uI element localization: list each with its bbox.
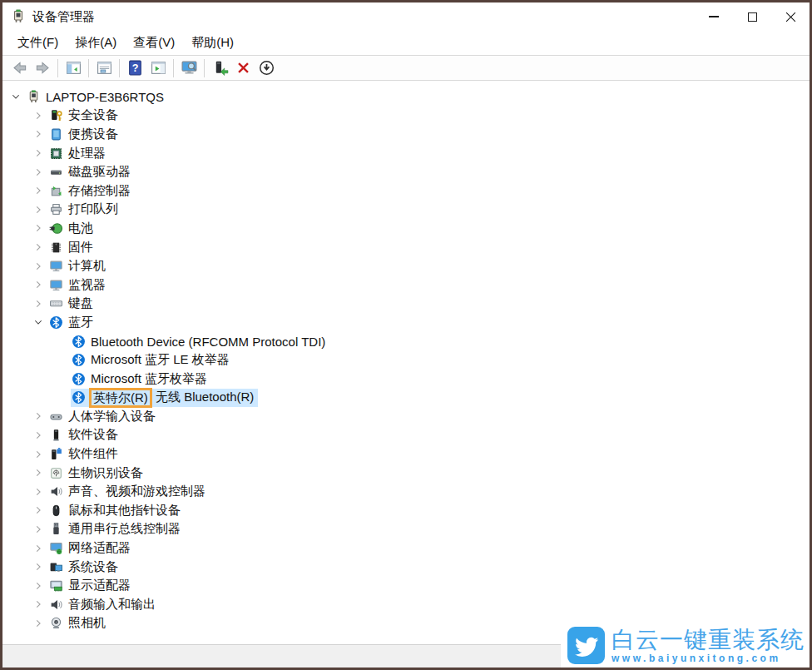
chevron-right-icon[interactable] [32, 504, 45, 517]
chevron-right-icon[interactable] [32, 485, 45, 499]
tree-item-firmware[interactable]: 固件 [2, 238, 810, 257]
tree-item-label: 人体学输入设备 [68, 409, 156, 424]
system-device-icon [48, 559, 63, 574]
tree-item-usb-controllers[interactable]: 通用串行总线控制器 [2, 520, 810, 539]
menu-bar: 文件(F)操作(A)查看(V)帮助(H) [2, 31, 810, 55]
tree-item-software-devices[interactable]: 软件设备 [2, 426, 810, 445]
toolbar-group [177, 57, 201, 79]
chevron-right-icon[interactable] [32, 278, 45, 291]
chevron-right-icon[interactable] [32, 221, 45, 235]
chevron-right-icon[interactable] [32, 203, 45, 216]
tree-item-intel-wireless-bluetooth[interactable]: 英特尔(R) 无线 Bluetooth(R) [2, 389, 810, 408]
tree-item-security-devices[interactable]: 安全设备 [2, 107, 810, 126]
tree-item-label: 存储控制器 [68, 183, 131, 199]
tree-item-disk-drives[interactable]: 磁盘驱动器 [2, 162, 810, 181]
chevron-right-icon[interactable] [32, 166, 45, 179]
monitor-icon [48, 259, 63, 274]
help-button[interactable]: ? [123, 57, 146, 79]
chevron-right-icon[interactable] [32, 617, 45, 630]
chevron-right-icon[interactable] [32, 466, 45, 479]
tree-item-label: 显示适配器 [68, 578, 131, 593]
uninstall-button[interactable] [231, 57, 255, 79]
tree-item-biometric-devices[interactable]: 生物识别设备 [2, 464, 810, 483]
tree-item-label: LAPTOP-E3B6RTQS [46, 90, 164, 104]
tree-item-core: 音频输入和输出 [48, 595, 160, 614]
chevron-right-icon[interactable] [32, 448, 45, 461]
back-button[interactable] [7, 57, 31, 79]
computer-icon [26, 89, 41, 104]
tree-item-processors[interactable]: 处理器 [2, 144, 810, 163]
tree-item-label: 声音、视频和游戏控制器 [68, 484, 205, 499]
chevron-right-icon[interactable] [32, 560, 45, 573]
bluetooth-icon [71, 371, 86, 386]
update-driver-button[interactable] [208, 57, 231, 79]
action-pane-button[interactable] [146, 57, 170, 79]
watermark-bird-logo-icon [567, 627, 605, 664]
tree-item-root-computer[interactable]: LAPTOP-E3B6RTQS [2, 87, 810, 107]
tree-item-storage-controllers[interactable]: 存储控制器 [2, 181, 810, 201]
tree-item-label: 通用串行总线控制器 [68, 521, 181, 537]
tree-item-keyboards[interactable]: 键盘 [2, 295, 810, 314]
chevron-down-icon[interactable] [32, 315, 45, 329]
tree-item-network-adapters[interactable]: 网络适配器 [2, 538, 810, 558]
watermark: 白云一键重装系统 www.baiyunxitong.com [561, 623, 810, 668]
properties-button[interactable] [92, 57, 116, 79]
disable-button[interactable] [255, 57, 278, 79]
disable-icon [258, 59, 275, 77]
chevron-right-icon[interactable] [32, 542, 45, 555]
chevron-right-icon[interactable] [32, 146, 45, 160]
tree-item-core: 照相机 [48, 614, 110, 633]
tree-item-core: 生物识别设备 [48, 464, 147, 483]
tree-item-label: 生物识别设备 [68, 465, 143, 481]
chevron-right-icon[interactable] [32, 127, 45, 141]
chevron-right-icon[interactable] [32, 297, 45, 310]
close-button[interactable] [771, 2, 810, 31]
menu-item-file[interactable]: 文件(F) [9, 32, 67, 53]
console-tree-button[interactable] [62, 57, 85, 79]
chevron-right-icon[interactable] [32, 579, 45, 593]
chevron-right-icon[interactable] [32, 523, 45, 536]
tree-item-label: 计算机 [68, 258, 106, 274]
chevron-right-icon[interactable] [32, 429, 45, 442]
menu-item-help[interactable]: 帮助(H) [183, 32, 242, 53]
console-tree-icon [65, 59, 82, 77]
tree-item-sound-video-game-controllers[interactable]: 声音、视频和游戏控制器 [2, 482, 810, 501]
tree-item-bluetooth[interactable]: 蓝牙 [2, 313, 810, 332]
tree-item-label: 软件设备 [68, 427, 118, 443]
chevron-right-icon[interactable] [32, 260, 45, 273]
tree-item-monitors[interactable]: 监视器 [2, 275, 810, 295]
tree-item-human-interface-devices[interactable]: 人体学输入设备 [2, 407, 810, 426]
tree-item-microsoft-bluetooth-le-enumerator[interactable]: Microsoft 蓝牙 LE 枚举器 [2, 350, 810, 370]
tree-item-print-queues[interactable]: 打印队列 [2, 201, 810, 220]
tree-item-batteries[interactable]: 电池 [2, 219, 810, 238]
tree-item-system-devices[interactable]: 系统设备 [2, 558, 810, 577]
chevron-right-icon[interactable] [32, 184, 45, 197]
tree-item-microsoft-bluetooth-enumerator[interactable]: Microsoft 蓝牙枚举器 [2, 370, 810, 389]
chevron-right-icon[interactable] [32, 409, 45, 423]
tree-item-computer[interactable]: 计算机 [2, 256, 810, 275]
tree-item-core: 监视器 [48, 275, 110, 295]
tree-item-bluetooth-device-rfcomm[interactable]: Bluetooth Device (RFCOMM Protocol TDI) [2, 332, 810, 351]
chevron-right-icon[interactable] [32, 241, 45, 254]
minimize-button[interactable] [695, 2, 733, 31]
tree-item-mice-pointing-devices[interactable]: 鼠标和其他指针设备 [2, 501, 810, 520]
tree-item-audio-inputs-outputs[interactable]: 音频输入和输出 [2, 595, 810, 614]
tree-item-software-components[interactable]: 软件组件 [2, 444, 810, 464]
chevron-placeholder [54, 391, 67, 404]
menu-item-view[interactable]: 查看(V) [125, 32, 183, 53]
menu-item-action[interactable]: 操作(A) [67, 32, 125, 53]
forward-button[interactable] [31, 57, 54, 79]
chevron-right-icon[interactable] [32, 598, 45, 611]
maximize-button[interactable] [733, 2, 771, 31]
chevron-right-icon[interactable] [32, 109, 45, 122]
tree-item-core: 蓝牙 [48, 313, 97, 332]
tree-item-label: 无线 Bluetooth(R) [152, 390, 255, 405]
speaker-icon [48, 597, 63, 612]
device-tree: LAPTOP-E3B6RTQS安全设备便携设备处理器磁盘驱动器存储控制器打印队列… [2, 81, 810, 633]
tree-item-display-adapters[interactable]: 显示适配器 [2, 576, 810, 595]
tree-item-label: 处理器 [68, 146, 106, 161]
chevron-placeholder [54, 354, 67, 367]
chevron-down-icon[interactable] [9, 90, 22, 103]
tree-item-portable-devices[interactable]: 便携设备 [2, 125, 810, 144]
scan-hardware-button[interactable] [177, 57, 201, 79]
